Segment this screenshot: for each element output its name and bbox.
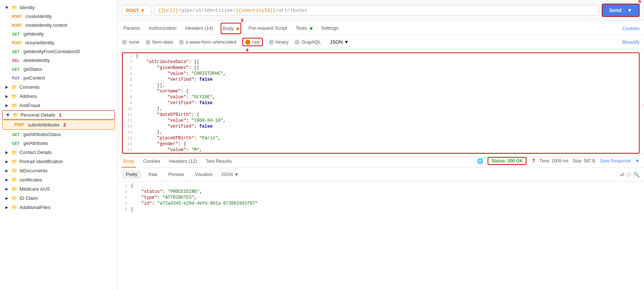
sidebar-folder-portrait[interactable]: ► 📁 Portrait Identification	[0, 157, 117, 166]
tab-label: Body	[123, 158, 134, 164]
code-line: 4 "id": "a72a8345-b29d-4efd-901a-0730619…	[117, 201, 644, 206]
radio-none[interactable]	[122, 40, 127, 45]
sidebar-folder-personal-details[interactable]: ▼ 📁 Personal Details 1	[2, 110, 115, 120]
response-tab-headers[interactable]: Headers (12)	[168, 155, 199, 168]
endpoint-createIdentity[interactable]: POST createIdentity	[0, 12, 117, 21]
send-button[interactable]: Send ▼	[602, 4, 640, 17]
sidebar-folder-consents[interactable]: ► 📁 Consents	[0, 82, 117, 92]
endpoint-getAttributesStatus[interactable]: GET getAttributesStatus	[0, 130, 117, 139]
save-response-button[interactable]: Save Response	[600, 158, 631, 164]
tab-params[interactable]: Params	[122, 22, 141, 34]
sidebar-folder-address[interactable]: ► 📁 Address	[0, 92, 117, 101]
url-input[interactable]: {{url}}/gips/v1/identities/{{identityId}…	[154, 5, 599, 16]
sidebar-folder-medicare[interactable]: ► 📁 Medicare AUS	[0, 184, 117, 194]
chevron-down-icon: ▼	[4, 5, 9, 10]
folder-icon: 📁	[11, 93, 17, 99]
endpoint-resumeIdentity[interactable]: POST resumeIdentity	[0, 38, 117, 47]
response-time: Time: 1009 ms	[539, 158, 568, 164]
endpoint-submitAttributes[interactable]: POST submitAttributes 2	[2, 120, 115, 130]
tab-headers[interactable]: Headers (14)	[184, 22, 215, 34]
url-param: {{identityId}}	[236, 8, 276, 13]
folder-icon: 📁	[11, 5, 17, 10]
folder-icon: 📁	[11, 177, 17, 183]
json-label: JSON	[221, 172, 233, 177]
wrap-icon[interactable]: ⇄	[620, 172, 625, 177]
sidebar-folder-certificates[interactable]: ► 📁 certificates	[0, 175, 117, 184]
sidebar-item-label: certificates	[19, 177, 42, 183]
response-json-select[interactable]: JSON ▼	[221, 172, 239, 177]
code-line: 15 "placeOfBirth": "Paris",	[123, 135, 639, 141]
method-badge: GET	[10, 67, 21, 72]
folder-icon: 📁	[11, 168, 17, 173]
sidebar-folder-idclaim[interactable]: ► 📁 ID Claim	[0, 194, 117, 203]
code-line: 4 "value": "CHRISTOPHE",	[123, 71, 639, 77]
sidebar-item-label: Portrait Identification	[19, 159, 63, 164]
format-pretty[interactable]: Pretty	[122, 170, 141, 179]
option-binary[interactable]: binary	[269, 39, 289, 45]
option-none[interactable]: none	[122, 39, 140, 45]
format-raw[interactable]: Raw	[144, 170, 161, 179]
radio-graphql[interactable]	[294, 40, 300, 45]
method-badge: GET	[10, 141, 21, 146]
sidebar-folder-contact-details[interactable]: ► 📁 Contact Details	[0, 148, 117, 157]
response-tab-cookies[interactable]: Cookies	[142, 155, 162, 168]
tab-settings[interactable]: Settings	[320, 22, 340, 34]
radio-raw[interactable]	[245, 40, 250, 45]
tab-pre-request[interactable]: Pre-request Script	[247, 22, 289, 34]
endpoint-getStatus[interactable]: GET getStatus	[0, 65, 117, 74]
option-urlencoded[interactable]: x-www-form-urlencoded	[179, 39, 236, 45]
radio-form-data[interactable]	[145, 40, 151, 45]
endpoint-putContext[interactable]: PUT putContext	[0, 74, 117, 82]
option-form-data[interactable]: form-data	[145, 39, 173, 45]
chevron-right-icon: ►	[4, 195, 9, 201]
sidebar-folder-additionalfiles[interactable]: ► 📁 AdditionalFiles	[0, 203, 117, 212]
endpoint-label: resumeIdentity	[25, 40, 54, 45]
response-tab-body[interactable]: Body	[122, 155, 136, 168]
sidebar-item-label: Contact Details	[19, 150, 52, 155]
search-icon[interactable]: 🔍	[633, 172, 640, 177]
tab-tests[interactable]: Tests	[294, 22, 314, 34]
endpoint-getAttributes[interactable]: GET getAttributes	[0, 139, 117, 148]
code-line: 1 {	[123, 53, 639, 59]
code-line: 1 {	[117, 183, 644, 189]
json-format-select[interactable]: JSON ▼	[330, 39, 349, 45]
sidebar-folder-iddocuments[interactable]: ► 📁 IdDocuments	[0, 166, 117, 175]
endpoint-createIdentityContext[interactable]: POST createIdentity context	[0, 21, 117, 30]
code-line: 6 }],	[123, 82, 639, 88]
endpoint-label: createIdentity context	[25, 23, 67, 28]
format-visualize[interactable]: Visualize	[191, 170, 217, 179]
option-raw-container: raw 4	[242, 38, 263, 46]
format-preview[interactable]: Preview	[164, 170, 188, 179]
sidebar-folder-antifraud[interactable]: ► 📁 AntiFraud	[0, 101, 117, 110]
code-line: 2 "attributesData": [{	[123, 59, 639, 65]
radio-urlencoded[interactable]	[179, 40, 184, 45]
tab-label: Headers (14)	[185, 25, 213, 31]
send-dropdown-arrow[interactable]: ▼	[624, 7, 632, 13]
folder-icon: 📁	[11, 195, 17, 201]
tab-body[interactable]: Body 3	[221, 23, 241, 34]
method-select[interactable]: POST ▼	[122, 5, 151, 16]
sidebar-folder-identity[interactable]: ▼ 📁 Identity	[0, 3, 117, 12]
copy-icon[interactable]: □	[627, 172, 630, 177]
option-graphql[interactable]: GraphQL	[294, 39, 321, 45]
chevron-down-icon: ▼	[344, 39, 349, 45]
endpoint-deleteIdentity[interactable]: DEL deleteIdentity	[0, 56, 117, 65]
endpoint-getIdentity[interactable]: GET getIdentity	[0, 30, 117, 38]
cookies-link[interactable]: Cookies	[622, 26, 640, 31]
code-line: 5 "verified": false	[123, 77, 639, 82]
option-label: x-www-form-urlencoded	[186, 39, 236, 45]
option-raw[interactable]: raw	[245, 39, 260, 45]
save-response-dropdown[interactable]: ▼	[635, 158, 640, 164]
url-bar: POST ▼ {{url}}/gips/v1/identities/{{iden…	[117, 0, 644, 21]
chevron-right-icon: ►	[4, 177, 9, 183]
tab-label: Headers (12)	[169, 158, 197, 164]
response-tab-test-results[interactable]: Test Results	[204, 155, 233, 168]
folder-icon: 📁	[11, 103, 17, 108]
radio-binary[interactable]	[269, 40, 274, 45]
annotation-1: 1	[59, 112, 62, 118]
endpoint-getIdentityFromCorrelationID[interactable]: GET getIdentityFromCorrelationID	[0, 47, 117, 56]
beautify-button[interactable]: Beautify	[622, 39, 640, 45]
code-line: 9 "verified": false	[123, 100, 639, 106]
tab-authorization[interactable]: Authorization	[147, 22, 178, 34]
request-body-editor[interactable]: 1 { 2 "attributesData": [{ 3 "givenNames…	[122, 52, 640, 154]
